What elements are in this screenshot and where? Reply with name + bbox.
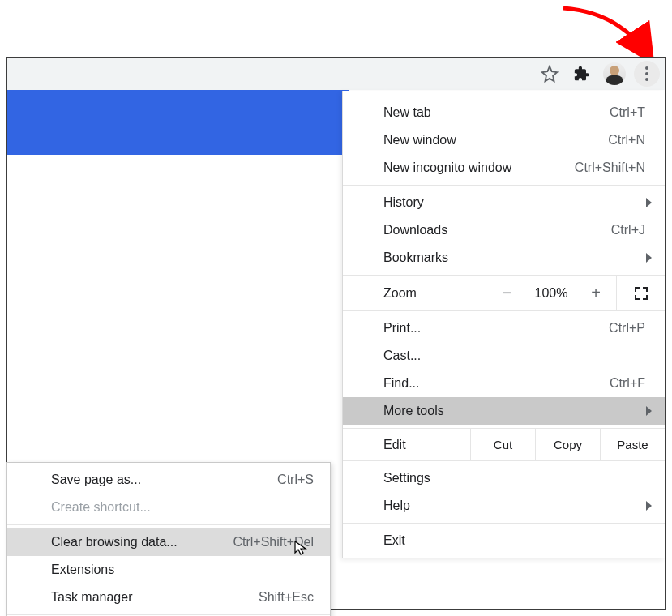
menu-exit[interactable]: Exit [343,527,665,554]
submenu-shortcut: Ctrl+Shift+Del [233,535,314,550]
submenu-clear-browsing-data[interactable]: Clear browsing data... Ctrl+Shift+Del [7,528,330,556]
menu-label: Cast... [383,349,645,363]
menu-cast[interactable]: Cast... [343,342,665,370]
menu-new-tab[interactable]: New tab Ctrl+T [343,99,665,126]
submenu-label: Save page as... [51,473,277,487]
submenu-label: Clear browsing data... [51,535,233,550]
menu-label: Settings [383,471,645,486]
menu-edit-row: Edit Cut Copy Paste [343,428,665,460]
submenu-create-shortcut: Create shortcut... [7,494,330,521]
submenu-separator [7,524,330,525]
menu-shortcut: Ctrl+Shift+N [575,160,645,175]
submenu-label: Create shortcut... [51,500,314,515]
menu-history[interactable]: History [343,189,665,216]
bookmark-star-icon[interactable] [537,61,563,87]
menu-shortcut: Ctrl+F [610,376,645,391]
chevron-right-icon [646,253,652,263]
fullscreen-icon [635,287,648,300]
zoom-value: 100% [527,286,576,301]
zoom-label: Zoom [383,286,486,301]
submenu-save-page[interactable]: Save page as... Ctrl+S [7,466,330,494]
chevron-right-icon [646,198,652,207]
menu-shortcut: Ctrl+J [611,223,645,237]
zoom-out-button[interactable]: − [486,284,527,302]
chevron-right-icon [646,406,652,416]
menu-new-incognito[interactable]: New incognito window Ctrl+Shift+N [343,154,665,182]
submenu-task-manager[interactable]: Task manager Shift+Esc [7,584,330,611]
menu-bookmarks[interactable]: Bookmarks [343,244,665,272]
chrome-menu-button[interactable] [634,61,660,87]
edit-cut-button[interactable]: Cut [470,429,535,460]
menu-label: New tab [383,105,610,120]
menu-shortcut: Ctrl+T [610,105,645,120]
chrome-main-menu: New tab Ctrl+T New window Ctrl+N New inc… [342,91,665,558]
submenu-extensions[interactable]: Extensions [7,556,330,584]
submenu-separator [7,614,330,615]
submenu-shortcut: Ctrl+S [277,473,314,487]
menu-settings[interactable]: Settings [343,464,665,492]
menu-downloads[interactable]: Downloads Ctrl+J [343,216,665,244]
menu-find[interactable]: Find... Ctrl+F [343,370,665,397]
zoom-in-button[interactable]: + [576,284,616,302]
chrome-toolbar [7,58,665,90]
edit-paste-button[interactable]: Paste [600,429,665,460]
menu-print[interactable]: Print... Ctrl+P [343,314,665,342]
submenu-shortcut: Shift+Esc [259,590,314,605]
page-content-blue [7,90,349,155]
submenu-label: Extensions [51,563,314,577]
menu-label: New window [383,133,608,148]
profile-avatar[interactable] [601,61,627,87]
edit-copy-button[interactable]: Copy [535,429,600,460]
menu-shortcut: Ctrl+N [608,133,645,148]
menu-label: Exit [383,533,645,548]
fullscreen-button[interactable] [616,276,665,310]
menu-zoom-row: Zoom − 100% + [343,275,665,310]
menu-label: Find... [383,376,610,391]
more-tools-submenu: Save page as... Ctrl+S Create shortcut..… [6,462,331,616]
menu-label: Downloads [383,223,611,237]
chevron-right-icon [646,501,652,511]
menu-label: Bookmarks [383,250,645,265]
extensions-icon[interactable] [569,61,595,87]
submenu-label: Task manager [51,590,259,605]
edit-label: Edit [383,438,470,452]
menu-label: History [383,195,645,210]
menu-shortcut: Ctrl+P [609,321,645,336]
menu-label: More tools [383,404,645,418]
menu-label: Print... [383,321,609,336]
menu-label: Help [383,498,645,513]
menu-help[interactable]: Help [343,492,665,520]
menu-label: New incognito window [383,160,575,175]
menu-more-tools[interactable]: More tools [343,397,665,425]
menu-new-window[interactable]: New window Ctrl+N [343,126,665,154]
